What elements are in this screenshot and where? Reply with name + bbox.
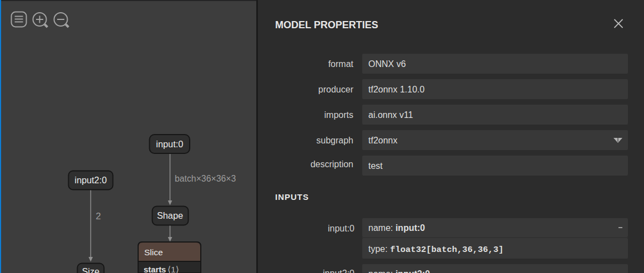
svg-text:2: 2 [96, 211, 101, 222]
svg-text:starts: starts [144, 265, 166, 273]
svg-text:⟨1⟩: ⟨1⟩ [168, 265, 179, 273]
svg-text:input2:0: input2:0 [75, 175, 107, 185]
svg-text:Size: Size [82, 266, 100, 273]
svg-text:batch×36×36×3: batch×36×36×3 [175, 174, 236, 183]
svg-text:input:0: input:0 [156, 139, 183, 149]
svg-text:Shape: Shape [157, 210, 183, 220]
svg-text:Slice: Slice [144, 248, 163, 257]
